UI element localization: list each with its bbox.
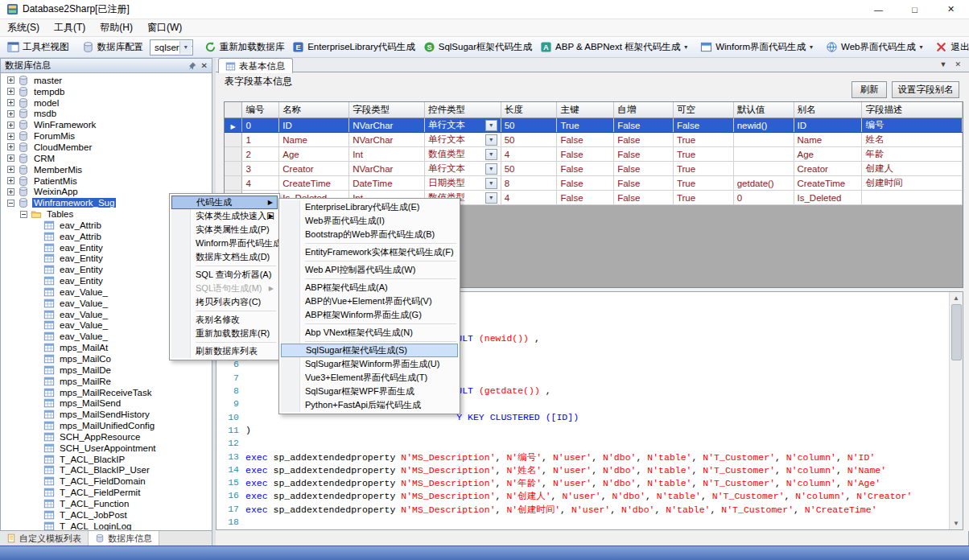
context-menu-item[interactable]: 实体类属性生成(P) (171, 223, 278, 237)
tab-table-basic-info[interactable]: 表基本信息 (218, 58, 293, 73)
grid-cell[interactable]: False (614, 147, 674, 162)
grid-cell[interactable]: newid() (733, 118, 794, 133)
tree-node[interactable]: T_ACL_FieldDomain (1, 476, 212, 487)
context-menu-item[interactable]: SQL语句生成(M)▶ (171, 282, 278, 295)
grid-cell[interactable]: False (614, 118, 674, 133)
grid-cell[interactable]: True (673, 162, 733, 176)
tree-node[interactable]: PatientMis (1, 175, 212, 187)
refresh-button[interactable]: 刷新 (851, 81, 887, 98)
maximize-button[interactable]: □ (897, 0, 933, 19)
tree-node[interactable]: SCH_UserAppointment (1, 443, 212, 454)
scroll-thumb[interactable] (951, 304, 962, 360)
grid-row[interactable]: 1NameNVarChar单行文本▼50FalseFalseTrueName姓名 (225, 133, 963, 147)
expander-plus-icon[interactable] (7, 166, 14, 173)
grid-cell[interactable]: 4 (501, 191, 557, 205)
grid-cell[interactable]: ID (794, 118, 862, 133)
grid-row[interactable]: 2AgeInt数值类型▼4FalseFalseTrueAge年龄 (225, 147, 963, 162)
tree-node[interactable]: mps_MailSendHistory (1, 409, 212, 420)
grid-cell[interactable]: 8 (501, 176, 557, 191)
scroll-up-icon[interactable]: ▲ (953, 292, 959, 304)
tree-node[interactable]: mps_MailReceiveTask (1, 387, 212, 398)
grid-cell[interactable]: 4 (242, 176, 279, 191)
bottom-tab-0[interactable]: 自定义模板列表 (0, 531, 89, 546)
set-field-alias-button[interactable]: 设置字段别名 (892, 81, 959, 98)
cell-dropdown-icon[interactable]: ▼ (485, 149, 497, 160)
submenu-item[interactable]: EnterpriseLibrary代码生成(E) (281, 200, 458, 214)
menubar-item[interactable]: 窗口(W) (140, 19, 189, 36)
grid-cell[interactable]: 1 (242, 133, 279, 147)
grid-cell[interactable]: Int (349, 147, 425, 162)
grid-cell[interactable]: CreateTime (279, 176, 349, 191)
panel-close-icon[interactable]: ✕ (201, 61, 208, 70)
cell-dropdown-icon[interactable]: ▼ (485, 163, 497, 175)
expander-plus-icon[interactable] (7, 133, 14, 140)
grid-cell[interactable]: Name (794, 133, 862, 147)
grid-cell[interactable]: 编号 (862, 118, 963, 133)
cell-dropdown-icon[interactable]: ▼ (485, 134, 497, 146)
column-header[interactable]: 控件类型 (424, 102, 501, 118)
expander-plus-icon[interactable] (7, 121, 14, 129)
grid-cell[interactable]: True (673, 176, 733, 191)
toolbar-enterpriselibrary-codegen-button[interactable]: EnterpriseLibrary代码生成 (288, 39, 419, 55)
grid-cell[interactable] (733, 133, 794, 147)
expander-plus-icon[interactable] (7, 177, 14, 184)
grid-cell[interactable]: False (673, 118, 733, 133)
grid-cell[interactable]: DateTime (349, 176, 425, 191)
expander-plus-icon[interactable] (7, 188, 14, 196)
grid-cell[interactable]: Creator (279, 162, 349, 176)
grid-cell[interactable]: 0 (242, 118, 279, 133)
toolbar-sqlsugar-codegen-button[interactable]: SqlSugar框架代码生成 (419, 39, 536, 55)
tree-node[interactable]: mps_MailSend (1, 397, 212, 409)
pin-icon[interactable] (188, 61, 197, 71)
grid-cell[interactable]: False (557, 133, 614, 147)
expander-minus-icon[interactable] (7, 200, 14, 207)
database-type-combobox[interactable]: sqlserver▾ (150, 39, 193, 56)
expander-minus-icon[interactable] (20, 211, 27, 218)
grid-row[interactable]: 4CreateTimeDateTime日期类型▼8FalseFalseTrueg… (225, 176, 963, 191)
grid-cell[interactable]: False (614, 176, 674, 191)
context-menu-item[interactable]: 实体类生成快速入口▶ (171, 209, 278, 223)
submenu-item[interactable]: ABP的Vue+Element界面代码(V) (281, 294, 458, 308)
tree-node[interactable]: tempdb (1, 86, 212, 97)
grid-cell[interactable]: ID (279, 118, 349, 133)
column-header[interactable]: 主键 (557, 102, 614, 118)
tree-node[interactable]: T_ACL_Function (1, 498, 212, 509)
grid-cell[interactable]: NVarChar (349, 162, 425, 176)
menubar-item[interactable]: 系统(S) (0, 19, 47, 36)
expander-plus-icon[interactable] (7, 99, 14, 106)
submenu-item[interactable]: ABP框架Winform界面生成(G) (281, 308, 458, 322)
bottom-tab-1[interactable]: 数据库信息 (89, 531, 159, 546)
expander-plus-icon[interactable] (7, 154, 14, 162)
minimize-button[interactable]: — (860, 0, 897, 19)
context-menu-item[interactable]: SQL 查询分析器(A) (171, 268, 278, 282)
cell-dropdown-icon[interactable]: ▼ (485, 178, 497, 189)
grid-cell[interactable]: True (557, 118, 614, 133)
grid-cell[interactable]: Creator (794, 162, 862, 176)
submenu-item[interactable]: Web API控制器代码生成(W) (281, 263, 458, 277)
grid-cell[interactable]: CreateTime (794, 176, 862, 191)
tree-node[interactable]: mps_MailDe (1, 364, 212, 376)
grid-cell[interactable]: Age (279, 147, 349, 162)
expander-plus-icon[interactable] (7, 88, 14, 95)
tree-node[interactable]: T_ACL_BlackIP_User (1, 465, 212, 476)
column-header[interactable]: 编号 (242, 102, 279, 118)
tab-list-dropdown-icon[interactable]: ▼ (940, 60, 947, 68)
chevron-down-icon[interactable]: ▾ (179, 41, 192, 54)
column-header[interactable]: 默认值 (733, 102, 794, 118)
grid-cell[interactable]: 姓名 (862, 133, 963, 147)
grid-cell[interactable]: False (557, 176, 614, 191)
column-header[interactable]: 可空 (673, 102, 733, 118)
grid-cell[interactable]: 单行文本▼ (424, 133, 501, 147)
cell-dropdown-icon[interactable]: ▼ (485, 120, 497, 131)
grid-cell[interactable]: 创建人 (862, 162, 963, 176)
grid-cell[interactable]: Is_Deleted (794, 191, 862, 205)
close-button[interactable]: ✕ (933, 0, 969, 19)
grid-cell[interactable]: 3 (242, 162, 279, 176)
context-menu-item[interactable]: Winform界面代码生成(W) (171, 237, 278, 250)
scroll-down-icon[interactable]: ▼ (953, 517, 959, 529)
grid-cell[interactable]: Name (279, 133, 349, 147)
grid-row[interactable]: 3CreatorNVarChar单行文本▼50FalseFalseTrueCre… (225, 162, 963, 176)
grid-cell[interactable]: False (557, 147, 614, 162)
grid-cell[interactable]: NVarChar (349, 118, 425, 133)
grid-cell[interactable]: False (614, 133, 674, 147)
